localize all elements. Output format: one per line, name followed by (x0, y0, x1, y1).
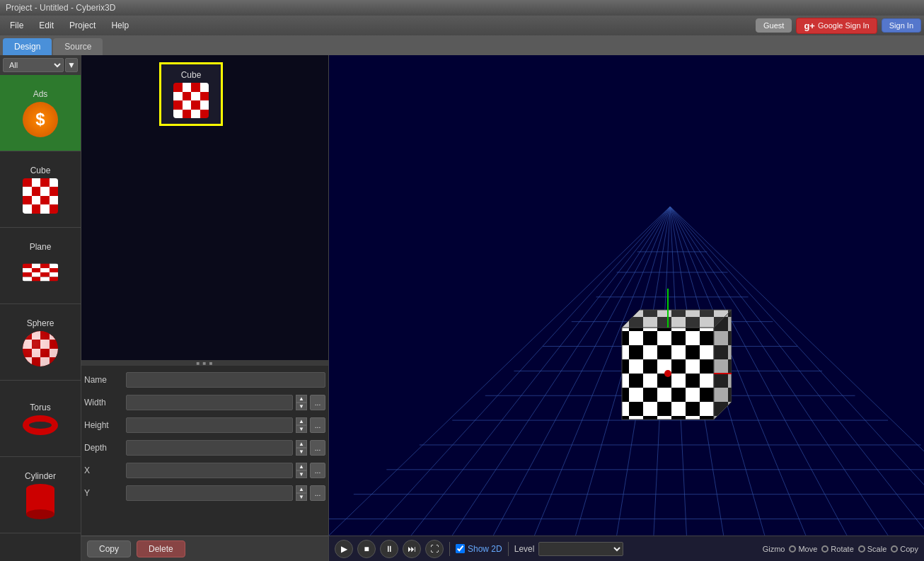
y-input[interactable] (126, 485, 293, 501)
sidebar-item-label: Plane (30, 242, 52, 252)
fast-forward-button[interactable]: ⏭ (403, 540, 421, 558)
sidebar-filter-select[interactable]: All (3, 58, 64, 72)
y-decrement[interactable]: ▼ (296, 493, 307, 501)
prop-row-height: Height ▲ ▼ ... (81, 414, 328, 436)
scene-tile-icon (173, 83, 209, 118)
scale-radio[interactable]: Scale (858, 545, 887, 553)
sidebar-item-plane[interactable]: Plane (0, 228, 81, 304)
rotate-radio[interactable]: Rotate (821, 545, 853, 553)
prop-row-name: Name (81, 369, 328, 391)
stop-button[interactable]: ■ (357, 540, 376, 558)
width-increment[interactable]: ▲ (296, 395, 307, 403)
depth-stepper[interactable]: ▲ ▼ (296, 440, 307, 456)
width-input[interactable] (126, 395, 293, 410)
drag-handle[interactable]: ■ ■ ■ (81, 360, 328, 366)
height-increment[interactable]: ▲ (296, 417, 307, 425)
delete-button[interactable]: Delete (137, 540, 185, 557)
height-decrement[interactable]: ▼ (296, 425, 307, 433)
sidebar-item-label: Torus (30, 403, 50, 412)
main-layout: All ▼ Ads $ Cube (0, 55, 924, 561)
viewport[interactable]: .grid-line { stroke: #3355aa; stroke-wid… (329, 55, 924, 561)
chevron-down-icon: ▼ (67, 60, 76, 70)
move-radio[interactable]: Move (789, 545, 817, 553)
width-decrement[interactable]: ▼ (296, 403, 307, 410)
sidebar-item-label: Sphere (27, 318, 54, 328)
sidebar-item-label: Ads (33, 89, 48, 99)
sidebar-item-cylinder[interactable]: Cylinder (0, 457, 81, 533)
scene-cube-tile[interactable]: Cube (159, 62, 223, 126)
play-button[interactable]: ▶ (335, 540, 353, 558)
depth-more-button[interactable]: ... (310, 440, 325, 456)
google-signin-button[interactable]: g+ Google Sign In (796, 18, 877, 34)
level-label: Level (514, 544, 535, 554)
prop-row-depth: Depth ▲ ▼ ... (81, 436, 328, 459)
x-increment[interactable]: ▲ (296, 463, 307, 470)
menu-project[interactable]: Project (62, 18, 103, 33)
y-more-button[interactable]: ... (310, 485, 325, 501)
level-select[interactable] (538, 542, 623, 556)
depth-label: Depth (84, 443, 123, 453)
depth-input[interactable] (126, 440, 293, 456)
cube-icon (23, 178, 58, 214)
tab-bar: Design Source (0, 35, 924, 55)
action-bar: Copy Delete (81, 536, 328, 561)
prop-row-x: X ▲ ▼ ... (81, 459, 328, 482)
fullscreen-button[interactable]: ⛶ (425, 540, 444, 558)
height-input[interactable] (126, 417, 293, 433)
auth-area: Guest g+ Google Sign In Sign In (756, 18, 921, 34)
svg-marker-43 (622, 310, 732, 328)
svg-marker-44 (714, 310, 732, 420)
toolbar-separator-2 (508, 542, 509, 556)
y-increment[interactable]: ▲ (296, 485, 307, 493)
sidebar-item-ads[interactable]: Ads $ (0, 75, 81, 151)
sidebar-item-torus[interactable]: Torus (0, 381, 81, 457)
copy-radio-label: Copy (900, 545, 918, 553)
show2d-toggle[interactable]: Show 2D (456, 544, 502, 554)
show2d-label: Show 2D (468, 544, 502, 554)
plane-icon (23, 263, 58, 281)
ads-icon: $ (23, 102, 58, 137)
google-plus-icon: g+ (804, 21, 815, 31)
scene-area[interactable]: Cube (81, 55, 328, 360)
width-stepper[interactable]: ▲ ▼ (296, 395, 307, 410)
pause-button[interactable]: ⏸ (380, 540, 398, 558)
menu-help[interactable]: Help (104, 18, 136, 33)
title-text: Project - Untitled - Cyberix3D (6, 3, 115, 13)
sidebar-item-label: Cube (30, 166, 51, 175)
width-more-button[interactable]: ... (310, 395, 325, 410)
show2d-checkbox[interactable] (456, 544, 465, 553)
title-bar: Project - Untitled - Cyberix3D (0, 0, 924, 16)
sidebar-item-cube[interactable]: Cube (0, 151, 81, 228)
middle-panel: Cube ■ ■ ■ Name (81, 55, 329, 561)
depth-increment[interactable]: ▲ (296, 440, 307, 448)
properties-panel: Name Width ▲ ▼ ... Height (81, 366, 328, 536)
torus-icon (23, 415, 58, 435)
sidebar-dropdown-button[interactable]: ▼ (65, 58, 78, 72)
y-label: Y (84, 488, 123, 498)
menu-file[interactable]: File (3, 18, 30, 33)
menu-edit[interactable]: Edit (32, 18, 61, 33)
sidebar-item-sphere[interactable]: Sphere (0, 304, 81, 381)
copy-radio[interactable]: Copy (891, 545, 918, 553)
tab-design[interactable]: Design (3, 38, 52, 55)
signin-button[interactable]: Sign In (882, 18, 921, 33)
x-decrement[interactable]: ▼ (296, 470, 307, 478)
copy-button[interactable]: Copy (87, 540, 131, 557)
x-more-button[interactable]: ... (310, 463, 325, 478)
sidebar-scroll-area[interactable]: Ads $ Cube Plane (0, 75, 81, 561)
sidebar: All ▼ Ads $ Cube (0, 55, 81, 561)
height-more-button[interactable]: ... (310, 417, 325, 433)
y-stepper[interactable]: ▲ ▼ (296, 485, 307, 501)
x-input[interactable] (126, 463, 293, 478)
tab-source[interactable]: Source (53, 38, 103, 55)
depth-decrement[interactable]: ▼ (296, 448, 307, 456)
move-radio-label: Move (798, 545, 817, 553)
height-stepper[interactable]: ▲ ▼ (296, 417, 307, 433)
props-scroll-area[interactable]: Name Width ▲ ▼ ... Height (81, 366, 328, 521)
x-stepper[interactable]: ▲ ▼ (296, 463, 307, 478)
name-input[interactable] (126, 372, 325, 388)
cylinder-icon (26, 484, 54, 519)
guest-button[interactable]: Guest (756, 18, 792, 33)
move-radio-circle (789, 545, 796, 553)
sphere-icon (23, 331, 58, 366)
